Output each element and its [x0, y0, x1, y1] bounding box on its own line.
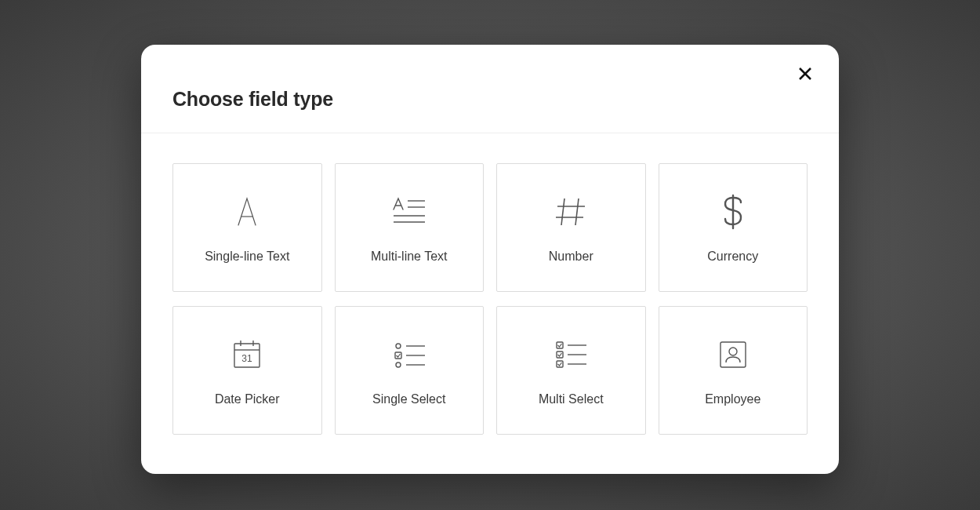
option-label: Single Select [372, 392, 445, 406]
svg-line-8 [575, 199, 579, 225]
employee-icon [716, 334, 750, 375]
close-icon [799, 67, 811, 80]
option-label: Currency [707, 250, 758, 264]
close-button[interactable] [793, 62, 817, 86]
svg-rect-29 [720, 342, 746, 367]
field-type-grid: Single-line Text Multi-line Text [141, 133, 839, 474]
single-select-icon [390, 334, 428, 375]
svg-rect-27 [557, 361, 563, 367]
option-multi-line-text[interactable]: Multi-line Text [335, 163, 485, 292]
svg-point-17 [396, 344, 401, 348]
svg-point-21 [396, 362, 401, 367]
svg-line-7 [561, 199, 564, 225]
calendar-icon: 31 [230, 334, 264, 375]
hash-icon [554, 191, 588, 232]
option-label: Number [549, 250, 593, 264]
option-employee[interactable]: Employee [659, 306, 808, 435]
option-single-line-text[interactable]: Single-line Text [172, 163, 322, 292]
option-multi-select[interactable]: Multi Select [496, 306, 646, 435]
svg-rect-19 [395, 352, 401, 359]
option-label: Employee [705, 392, 760, 406]
letter-a-icon [229, 191, 265, 232]
multiline-text-icon [390, 191, 429, 232]
dollar-icon [721, 191, 745, 232]
option-currency[interactable]: Currency [659, 163, 808, 292]
modal-header: Choose field type [141, 45, 839, 133]
option-single-select[interactable]: Single Select [335, 306, 485, 435]
svg-rect-23 [557, 342, 563, 348]
option-date-picker[interactable]: 31 Date Picker [172, 306, 322, 435]
multi-select-icon [552, 334, 590, 375]
svg-text:31: 31 [242, 353, 253, 364]
svg-rect-25 [557, 352, 563, 358]
option-number[interactable]: Number [496, 163, 646, 292]
modal-title: Choose field type [172, 88, 808, 111]
option-label: Date Picker [215, 392, 280, 406]
choose-field-type-modal: Choose field type Single-line Text [141, 45, 839, 474]
option-label: Single-line Text [205, 250, 289, 264]
option-label: Multi Select [539, 392, 604, 406]
option-label: Multi-line Text [371, 250, 448, 264]
svg-point-30 [729, 348, 737, 355]
